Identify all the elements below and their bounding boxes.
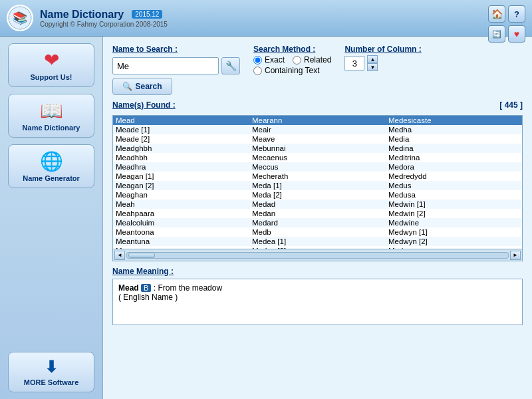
table-row[interactable]: Meade [2]MeaveMedia [113,134,522,144]
refresh-button[interactable]: 🔄 [488,25,505,43]
list-item[interactable]: Meditrina [386,153,522,162]
scroll-track [126,252,509,259]
version-badge: 2015.12 [132,10,162,19]
table-row[interactable]: Meagan [2]Meda [1]Medus [113,181,522,190]
names-list[interactable]: MeadMearannMedesicasteMeade [1]MeairMedh… [113,116,522,249]
list-item[interactable]: Medyr [386,246,522,249]
meaning-box: Mead B : From the meadow ( English Name … [112,279,523,325]
meaning-section: Name Meaning : Mead B : From the meadow … [112,267,523,325]
support-us-button[interactable]: ❤ Support Us! [8,43,94,87]
list-item[interactable]: Medredydd [386,172,522,181]
list-item[interactable]: Meccus [249,162,386,172]
scroll-right-button[interactable]: ► [510,251,521,260]
list-item[interactable]: Medwyn [2] [386,237,522,246]
list-item[interactable]: Meda [1] [249,181,386,190]
list-item[interactable]: Medad [249,200,386,209]
help-button[interactable]: ? [508,5,525,23]
list-item[interactable]: Medina [386,144,522,153]
list-item[interactable]: Meadhbh [113,153,249,162]
list-item[interactable]: Media [386,134,522,144]
table-row[interactable]: MeantoonaMedbMedwyn [1] [113,227,522,237]
table-row[interactable]: MeahpaaraMedanMedwin [2] [113,209,522,218]
list-item[interactable]: Meara [113,246,249,249]
title-buttons: 🏠 ? 🔄 ♥ [488,5,525,43]
list-item[interactable]: Meagan [1] [113,172,249,181]
list-item[interactable]: Meah [113,200,249,209]
list-item[interactable]: Meahpaara [113,209,249,218]
list-item[interactable]: Meadghbh [113,144,249,153]
title-text: Name Dictionary 2015.12 Copyright © Fahm… [40,9,168,28]
list-item[interactable]: Meda [2] [249,190,386,200]
spin-down-button[interactable]: ▼ [367,63,378,71]
search-button-label: Search [135,82,162,91]
list-item[interactable]: Medb [249,227,386,237]
list-item[interactable]: Medwin [1] [386,200,522,209]
table-row[interactable]: Meagan [1]MecherathMedredydd [113,172,522,181]
table-row[interactable]: MeadghbhMebunnaiMedina [113,144,522,153]
list-item[interactable]: Meagan [2] [113,181,249,190]
list-item[interactable]: Medea [2] [249,246,386,249]
list-item[interactable]: Medan [249,209,386,218]
list-item[interactable]: Meade [2] [113,134,249,144]
svg-text:📚: 📚 [13,11,28,25]
horizontal-scrollbar[interactable]: ◄ ► [113,249,522,261]
list-item[interactable]: Medwyn [1] [386,227,522,237]
exact-radio[interactable] [253,56,262,65]
name-generator-button[interactable]: 🌐 Name Generator [8,144,94,188]
list-item[interactable]: Medea [1] [249,237,386,246]
list-item[interactable]: Meaghan [113,190,249,200]
list-item[interactable]: Mead [113,116,249,125]
list-item[interactable]: Mearann [249,116,386,125]
list-item[interactable]: Medora [386,162,522,172]
search-input[interactable] [112,57,219,74]
column-section: Number of Column : ▲ ▼ [344,45,421,71]
containing-text-label: Containing Text [265,66,320,75]
table-row[interactable]: MeadhbhMecaenusMeditrina [113,153,522,162]
globe-icon: 🌐 [40,150,63,172]
table-row[interactable]: MeadhraMeccusMedora [113,162,522,172]
search-section: Name to Search : 🔧 🔍 Search Search Metho… [112,45,523,95]
filter-button[interactable]: 🔧 [221,57,240,74]
table-row[interactable]: MeaghanMeda [2]Medusa [113,190,522,200]
list-item[interactable]: Mealcoluim [113,218,249,227]
title-button-row: 🏠 ? [488,5,525,23]
names-list-container: MeadMearannMedesicasteMeade [1]MeairMedh… [112,115,523,261]
list-item[interactable]: Medha [386,125,522,134]
more-software-button[interactable]: ⬇ MORE Software [8,352,94,392]
meaning-letter-badge: B [141,284,151,292]
table-row[interactable]: Meade [1]MeairMedha [113,125,522,134]
list-item[interactable]: Mecaenus [249,153,386,162]
list-item[interactable]: Medard [249,218,386,227]
related-radio[interactable] [293,56,301,65]
list-item[interactable]: Medusa [386,190,522,200]
home-button[interactable]: 🏠 [488,5,505,23]
column-value-input[interactable] [344,56,364,70]
list-item[interactable]: Medwine [386,218,522,227]
table-row[interactable]: MeahMedadMedwin [1] [113,200,522,209]
list-item[interactable]: Meave [249,134,386,144]
download-icon: ⬇ [45,358,58,376]
search-method-section: Search Method : Exact Related Containing… [253,45,331,75]
list-item[interactable]: Meade [1] [113,125,249,134]
list-item[interactable]: Meantuna [113,237,249,246]
list-item[interactable]: Mecherath [249,172,386,181]
list-item[interactable]: Medus [386,181,522,190]
list-item[interactable]: Meadhra [113,162,249,172]
table-row[interactable]: MearaMedea [2]Medyr [113,246,522,249]
favorite-button[interactable]: ♥ [508,25,525,43]
list-item[interactable]: Mebunnai [249,144,386,153]
containing-radio[interactable] [253,66,262,75]
spin-up-button[interactable]: ▲ [367,55,378,63]
list-item[interactable]: Meair [249,125,386,134]
name-dictionary-label: Name Dictionary [23,124,80,132]
search-button[interactable]: 🔍 Search [112,78,172,95]
table-row[interactable]: MeadMearannMedesicaste [113,116,522,125]
list-item[interactable]: Medwin [2] [386,209,522,218]
table-row[interactable]: MealcoluimMedardMedwine [113,218,522,227]
list-item[interactable]: Medesicaste [386,116,522,125]
list-item[interactable]: Meantoona [113,227,249,237]
name-dictionary-button[interactable]: 📖 Name Dictionary [8,94,94,138]
scroll-left-button[interactable]: ◄ [114,251,125,260]
table-row[interactable]: MeantunaMedea [1]Medwyn [2] [113,237,522,246]
sidebar: ❤ Support Us! 📖 Name Dictionary 🌐 Name G… [0,37,103,399]
